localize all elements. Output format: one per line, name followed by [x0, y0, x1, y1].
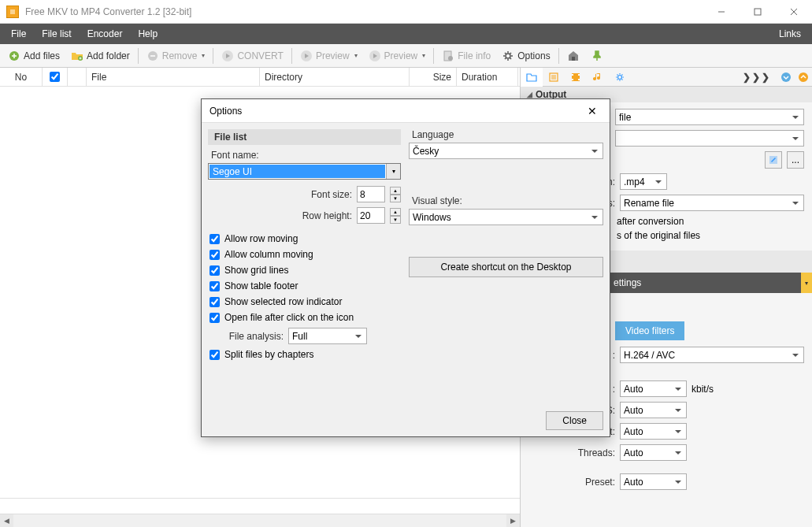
language-combo[interactable]: Česky [409, 143, 603, 159]
convert-button[interactable]: CONVERT [217, 48, 287, 64]
svg-point-14 [506, 54, 510, 58]
visual-style-label: Visual style: [409, 195, 603, 206]
side-tab-audio[interactable] [587, 68, 609, 87]
svg-rect-23 [578, 74, 580, 76]
menu-encoder[interactable]: Encoder [80, 24, 131, 44]
svg-point-25 [618, 75, 622, 79]
options-button[interactable]: Options [497, 48, 554, 64]
tab-video-filters[interactable]: Video filters [615, 321, 684, 340]
font-name-dropdown-icon[interactable]: ▾ [386, 164, 400, 179]
options-label: Options [517, 50, 550, 61]
add-folder-label: Add folder [87, 50, 130, 61]
col-directory[interactable]: Directory [260, 68, 410, 86]
menu-links[interactable]: Links [771, 24, 809, 44]
add-files-button[interactable]: Add files [3, 48, 65, 64]
side-tab-video[interactable] [565, 68, 587, 87]
horizontal-scrollbar[interactable]: ◀ ▶ [0, 514, 520, 527]
row-height-down[interactable]: ▼ [390, 216, 401, 224]
preset-combo[interactable]: Auto [620, 473, 687, 490]
col-no[interactable]: No [0, 68, 43, 86]
side-tabs: ❯❯❯ [521, 68, 812, 87]
exists-combo[interactable]: Rename file [620, 195, 804, 211]
side-tab-settings[interactable] [609, 68, 631, 87]
path-combo[interactable] [615, 130, 804, 147]
options-dialog: Options ✕ File list Font name: ▾ Font si… [201, 98, 610, 437]
font-name-input[interactable] [209, 165, 385, 178]
dialog-close-button[interactable]: ✕ [583, 102, 602, 121]
menu-file-list[interactable]: File list [34, 24, 79, 44]
maximize-button[interactable] [740, 0, 776, 24]
svg-rect-22 [572, 79, 573, 80]
svg-rect-3 [755, 9, 761, 15]
create-shortcut-button[interactable]: Create shortcut on the Desktop [409, 257, 603, 277]
show-grid-lines-checkbox[interactable] [209, 265, 220, 276]
aspect-combo[interactable]: Auto [620, 423, 687, 440]
font-size-input[interactable] [357, 186, 385, 202]
select-all-checkbox[interactable] [50, 72, 60, 82]
scroll-right-arrow[interactable]: ▶ [506, 514, 520, 528]
col-file[interactable]: File [87, 68, 260, 86]
col-duration[interactable]: Duration [457, 68, 518, 86]
show-selected-row-checkbox[interactable] [209, 297, 220, 307]
home-button[interactable] [562, 48, 584, 64]
file-analysis-label: File analysis: [208, 331, 284, 342]
visual-style-combo[interactable]: Windows [409, 209, 603, 225]
threads-combo[interactable]: Auto [620, 444, 687, 461]
split-files-checkbox[interactable] [209, 350, 220, 360]
allow-row-moving-checkbox[interactable] [209, 234, 220, 244]
open-file-after-checkbox[interactable] [209, 313, 220, 323]
codec-combo[interactable]: H.264 / AVC [620, 347, 804, 363]
chevron-down-icon: ▾ [422, 52, 425, 59]
svg-rect-24 [578, 79, 580, 80]
side-tab-folder[interactable] [521, 68, 543, 87]
scroll-left-arrow[interactable]: ◀ [0, 514, 13, 528]
allow-column-moving-checkbox[interactable] [209, 250, 220, 260]
close-button[interactable] [776, 0, 812, 24]
dialog-close-btn[interactable]: Close [546, 411, 603, 430]
menu-help[interactable]: Help [130, 24, 165, 44]
language-label: Language [409, 129, 603, 140]
dialog-titlebar: Options ✕ [202, 99, 610, 123]
preview2-button[interactable]: Preview ▾ [364, 48, 431, 64]
svg-point-13 [448, 56, 453, 61]
titlebar: Free MKV to MP4 Converter 1.2 [32-bit] [0, 0, 812, 24]
row-height-label: Row height: [302, 210, 352, 221]
svg-rect-15 [572, 57, 575, 61]
file-analysis-combo[interactable]: Full [288, 328, 367, 344]
fps-combo[interactable]: Auto [620, 402, 687, 418]
minimize-button[interactable] [703, 0, 740, 24]
browse-path-button[interactable]: ... [787, 151, 804, 169]
bitrate-combo[interactable]: Auto [620, 380, 687, 397]
font-size-up[interactable]: ▲ [390, 187, 401, 195]
expand-chevrons[interactable]: ❯❯❯ [736, 72, 777, 83]
font-size-down[interactable]: ▼ [390, 195, 401, 202]
settings-dropdown-icon[interactable]: ▾ [801, 273, 812, 293]
preview1-button[interactable]: Preview ▾ [295, 48, 362, 64]
col-size[interactable]: Size [410, 68, 457, 86]
ext-combo[interactable]: .mp4 [620, 173, 667, 190]
col-checkbox[interactable] [43, 68, 68, 86]
dest-combo[interactable]: file [615, 109, 804, 125]
row-height-up[interactable]: ▲ [390, 208, 401, 216]
preview2-label: Preview [384, 50, 418, 61]
remove-button[interactable]: Remove ▾ [142, 48, 210, 64]
font-name-combo[interactable]: ▾ [208, 163, 401, 180]
collapse-up-icon[interactable] [795, 69, 812, 86]
add-folder-button[interactable]: Add folder [66, 48, 135, 64]
pin-button[interactable] [586, 48, 608, 64]
file-info-button[interactable]: File info [437, 48, 495, 64]
file-list-header: No File Directory Size Duration [0, 68, 520, 87]
side-tab-list[interactable] [543, 68, 565, 87]
dialog-title-text: Options [209, 106, 242, 117]
svg-rect-1 [10, 9, 15, 14]
menu-file[interactable]: File [3, 24, 34, 44]
row-height-input[interactable] [357, 207, 385, 224]
edit-path-button[interactable] [765, 151, 782, 169]
collapse-down-icon[interactable] [777, 69, 795, 86]
chevron-down-icon: ▾ [354, 52, 358, 59]
preset-label: Preset: [528, 477, 615, 488]
menubar: File File list Encoder Help Links [0, 24, 812, 44]
show-table-footer-checkbox[interactable] [209, 281, 220, 291]
font-name-label: Font name: [208, 150, 401, 161]
col-icon[interactable] [68, 68, 87, 86]
